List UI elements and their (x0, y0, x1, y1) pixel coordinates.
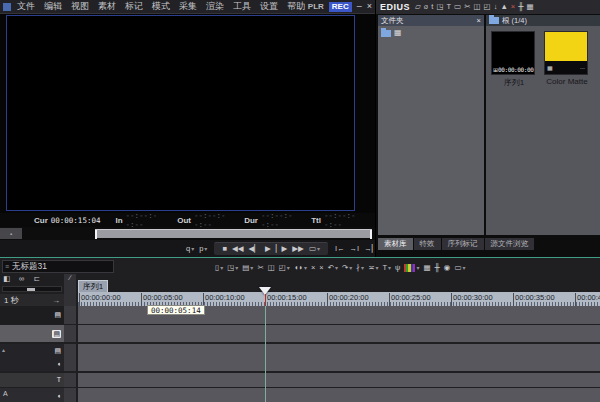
track-lane[interactable] (78, 388, 600, 402)
menu-item[interactable]: 文件 (17, 0, 35, 13)
add-transition[interactable]: ◖◗ (294, 263, 307, 273)
track-header[interactable]: A◖ (0, 388, 64, 402)
loop[interactable]: ▭ (309, 244, 320, 254)
timeline-ruler[interactable]: 00:00:00:0000:00:05:0000:00:10:0000:00:1… (78, 292, 600, 306)
add-cut-point[interactable]: ∤ (356, 263, 364, 273)
download-icon[interactable]: ↓ (494, 2, 498, 12)
ripple-mode[interactable]: ∞ (19, 274, 24, 284)
menu-item[interactable]: 标记 (125, 0, 143, 13)
video-icon[interactable]: ▤ (52, 330, 61, 338)
clip-thumbnail[interactable]: ▦--- (544, 31, 588, 75)
mark-in[interactable]: q (186, 244, 194, 254)
track-lock-column[interactable] (64, 373, 76, 387)
menu-item[interactable]: 帮助 (287, 0, 305, 13)
add-to-timeline[interactable]: ◳ (227, 263, 238, 273)
track-lane[interactable] (78, 325, 600, 342)
paste-clip[interactable]: ◰ (279, 263, 290, 273)
track-lock-column[interactable] (64, 306, 76, 324)
close-button[interactable]: × (367, 2, 372, 11)
video-icon[interactable]: ▤ (54, 347, 61, 355)
delete-clip[interactable]: × (311, 263, 315, 273)
bin-tab-selected[interactable]: 素材库 (378, 238, 413, 250)
delete-icon[interactable]: × (511, 2, 515, 12)
previous-frame[interactable]: ◀▏ (248, 244, 260, 254)
arrow-right-icon[interactable]: → (52, 296, 60, 305)
track-lock-column[interactable] (64, 325, 76, 342)
track-lane[interactable] (78, 344, 600, 371)
cut-clip[interactable]: ✂ (257, 263, 263, 273)
clip-card[interactable]: ▦---Color Matte (544, 31, 590, 88)
play[interactable]: ▶ (265, 244, 271, 254)
menu-item[interactable]: 工具 (233, 0, 251, 13)
track-header[interactable]: ▤ (0, 325, 64, 342)
keyboard[interactable]: ▦ (423, 263, 430, 273)
import-icon[interactable]: ◳ (436, 2, 443, 12)
track-expander-icon[interactable]: ▴ (2, 346, 5, 353)
create-title[interactable]: T (382, 263, 391, 273)
properties-icon[interactable]: ╫ (518, 2, 523, 12)
fast-forward[interactable]: ▶▶ (292, 244, 304, 254)
audio-icon[interactable]: ◖ (57, 360, 61, 368)
folder-view-icon[interactable]: ▦ (394, 29, 402, 37)
title-icon[interactable]: T (57, 376, 61, 384)
rewind[interactable]: ◀◀ (232, 244, 244, 254)
copy-icon[interactable]: ◫ (473, 2, 480, 12)
save[interactable]: ▤ (242, 263, 253, 273)
menu-item[interactable]: 设置 (260, 0, 278, 13)
color-correction[interactable]: ◉ (444, 263, 451, 273)
menu-item[interactable]: 采集 (179, 0, 197, 13)
goto-out[interactable]: →I (350, 244, 360, 254)
paste-icon[interactable]: ◰ (484, 2, 491, 12)
undo[interactable]: ↶ (328, 263, 338, 273)
plr-mode-button[interactable]: PLR (308, 2, 324, 11)
track-header[interactable]: ▤ (0, 306, 64, 324)
menu-item[interactable]: 素材 (98, 0, 116, 13)
minimize-button[interactable]: – (357, 2, 362, 11)
timeline-zoom-scale[interactable]: 1 秒 → (0, 294, 64, 306)
folder-tree[interactable]: ▦ (378, 26, 484, 40)
stop[interactable]: ■ (222, 244, 227, 254)
sequence-tab[interactable]: 序列1 (78, 280, 108, 292)
goto-in[interactable]: I← (335, 244, 345, 254)
video-icon[interactable]: ▤ (54, 311, 61, 319)
ripple-delete[interactable]: × (319, 263, 323, 273)
track-header[interactable]: T (0, 373, 64, 387)
clip-card[interactable]: ⊞00:00:00:00序列1 (491, 31, 537, 88)
folder-icon[interactable]: ▱ (415, 2, 421, 12)
shuttle-button[interactable]: ▪ (0, 228, 22, 239)
playhead-line[interactable] (265, 306, 266, 402)
clip-thumbnail[interactable]: ⊞00:00:00:00 (491, 31, 535, 75)
cut-icon[interactable]: ✂ (464, 2, 470, 12)
insert-overwrite-mode[interactable]: ◧ (3, 274, 10, 284)
track-lane[interactable] (78, 373, 600, 387)
folder-panel-close-icon[interactable]: × (477, 16, 481, 25)
rec-mode-button[interactable]: REC (329, 2, 352, 12)
color-bars[interactable] (404, 263, 419, 273)
zoom-slider-handle[interactable] (27, 288, 35, 291)
copy-clip[interactable]: ◫ (268, 263, 275, 273)
monitor-icon[interactable]: ▭ (454, 2, 461, 12)
monitor-mode[interactable]: ▭ (454, 263, 465, 273)
set-between[interactable]: ≍ (368, 263, 378, 273)
bin-tab-item[interactable]: 序列标记 (442, 238, 484, 250)
track-lock-column[interactable] (64, 344, 76, 371)
source-name-box[interactable]: ≡ 无标题31 (2, 260, 114, 273)
search-icon[interactable]: ⌀ (424, 2, 429, 12)
root-folder-icon[interactable] (381, 30, 391, 37)
up-icon[interactable]: ▲ (500, 2, 507, 12)
title-icon[interactable]: T (447, 2, 452, 12)
view-grid-icon[interactable]: ▦ (527, 2, 534, 12)
play-deck[interactable]: ▏▶ (276, 244, 288, 254)
menu-item[interactable]: 模式 (152, 0, 170, 13)
track-lock-column[interactable] (64, 388, 76, 402)
text-icon[interactable]: t (431, 2, 433, 12)
audio-mixer[interactable]: ╫ (435, 263, 440, 273)
bin-tab-item[interactable]: 特效 (414, 238, 441, 250)
voiceover[interactable]: ψ (395, 263, 400, 273)
sync-lock[interactable]: ⊏ (33, 274, 39, 284)
redo[interactable]: ↷ (342, 263, 352, 273)
bin-tab-item[interactable]: 源文件浏览 (485, 238, 535, 250)
mark-out[interactable]: p (199, 244, 207, 254)
timeline-zoom-slider[interactable] (2, 286, 62, 292)
menu-item[interactable]: 渲染 (206, 0, 224, 13)
